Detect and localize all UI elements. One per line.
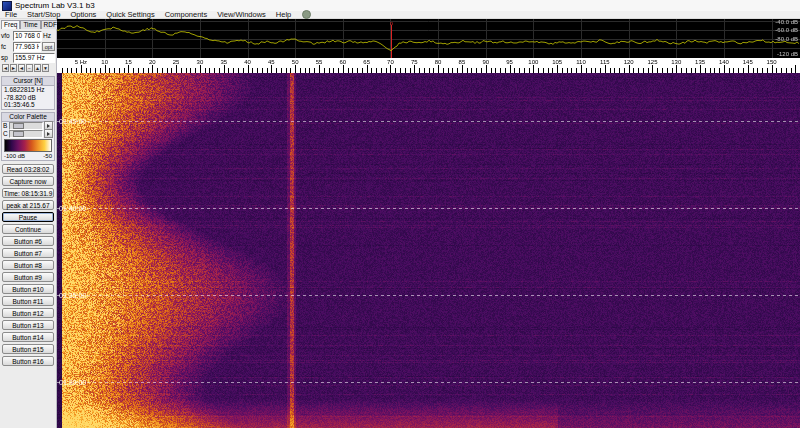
app-icon [2,1,12,11]
spectrum-graph[interactable] [57,19,800,58]
palette-slider-row-c: C [2,130,54,138]
fc-field-row: fcopt [0,41,56,52]
action-button-button-15[interactable]: Button #15 [2,344,54,354]
opt-button[interactable]: opt [42,42,55,51]
freq-nav-button-6[interactable]: ▼ [42,64,49,72]
menu-item-options[interactable]: Options [65,10,101,19]
sp-input[interactable] [13,53,55,63]
action-button-button-14[interactable]: Button #14 [2,332,54,342]
fc-input[interactable] [13,42,41,52]
tab-freq[interactable]: Freq [1,20,20,29]
vfo-unit-label: Hz [43,32,55,39]
freq-nav-button-4[interactable]: − [26,64,33,72]
menu-item-file[interactable]: File [0,10,22,19]
cursor-time: 01:35:46.5 [2,101,54,109]
cursor-level: -78.820 dB [2,94,54,102]
action-button-button-11[interactable]: Button #11 [2,296,54,306]
action-button-button-7[interactable]: Button #7 [2,248,54,258]
fc-field-label: fc [1,43,12,50]
palette-slider-thumb[interactable] [13,131,24,137]
cursor-frequency: 1.6822815 Hz [2,86,54,94]
action-button-button-12[interactable]: Button #12 [2,308,54,318]
menu-item-help[interactable]: Help [271,10,296,19]
nav-button-row: ◄►◄−▲▼ [0,63,56,74]
frequency-fields: vfoHzfcoptsp [0,30,56,63]
action-button-capture-now[interactable]: Capture now [2,176,54,186]
vfo-input[interactable] [13,31,42,41]
action-button-button-13[interactable]: Button #13 [2,320,54,330]
action-button-button-9[interactable]: Button #9 [2,272,54,282]
tab-strip: FreqTimeRDF [1,20,56,29]
freq-nav-button-1[interactable]: ◄ [2,64,9,72]
status-indicator-icon [302,10,311,19]
freq-nav-button-2[interactable]: ► [10,64,17,72]
vfo-field-label: vfo [1,32,12,39]
cursor-panel-title: Cursor [N] [2,77,54,86]
palette-slider-thumb[interactable] [13,123,24,129]
action-button-continue[interactable]: Continue [2,224,54,234]
action-button-pause[interactable]: Pause [2,212,54,222]
menu-bar: FileStart/StopOptionsQuick SettingsCompo… [0,11,800,19]
window-title: Spectrum Lab V3.1 b3 [15,1,95,10]
action-button-button-8[interactable]: Button #8 [2,260,54,270]
programmable-button-column: Read 03:28:02Capture nowTime: 08:15:31.9… [0,161,56,369]
frequency-ruler[interactable] [57,58,800,73]
tab-time[interactable]: Time [20,20,40,29]
vfo-field-row: vfoHz [0,30,56,41]
cursor-panel: Cursor [N] 1.6822815 Hz -78.820 dB 01:35… [1,76,55,110]
action-button-button-6[interactable]: Button #6 [2,236,54,246]
palette-scale-max: -50 [43,153,52,159]
palette-slider-c[interactable] [9,130,43,138]
palette-gradient-bar[interactable] [4,139,52,152]
menu-item-quick-settings[interactable]: Quick Settings [101,10,159,19]
action-button-peak-at-215-67-hz[interactable]: peak at 215.67 Hz [2,200,54,210]
menu-items: FileStart/StopOptionsQuick SettingsCompo… [0,10,296,19]
action-button-read-03-28-02[interactable]: Read 03:28:02 [2,164,54,174]
palette-slider-b[interactable] [9,122,43,130]
menu-item-components[interactable]: Components [160,10,213,19]
action-button-time-08-15-31-9[interactable]: Time: 08:15:31.9 [2,188,54,198]
color-palette-panel: Color Palette BC -100 dB -50 [1,112,55,161]
palette-slider-arrow-icon[interactable] [44,129,53,138]
palette-slider-label-c: C [3,130,8,137]
menu-item-start-stop[interactable]: Start/Stop [22,10,65,19]
menu-item-view-windows[interactable]: View/Windows [212,10,271,19]
control-panel: FreqTimeRDF vfoHzfcoptsp ◄►◄−▲▼ Cursor [… [0,19,57,428]
action-button-button-10[interactable]: Button #10 [2,284,54,294]
palette-scale-min: -100 dB [4,153,25,159]
palette-slider-label-b: B [3,122,8,129]
freq-nav-button-3[interactable]: ◄ [18,64,25,72]
sp-field-row: sp [0,52,56,63]
sp-field-label: sp [1,54,12,61]
freq-nav-button-5[interactable]: ▲ [34,64,41,72]
action-button-button-16[interactable]: Button #16 [2,356,54,366]
waterfall-spectrogram[interactable] [57,73,800,428]
